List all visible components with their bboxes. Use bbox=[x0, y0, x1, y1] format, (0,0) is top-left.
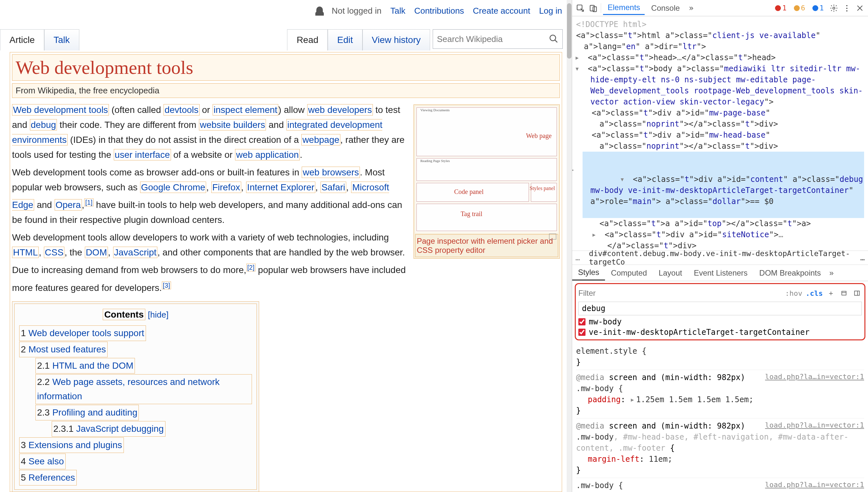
tab-edit[interactable]: Edit bbox=[328, 29, 362, 50]
infobox-image[interactable]: Viewing Documents Web page Reading Page … bbox=[415, 106, 558, 233]
info-badge[interactable]: 1 bbox=[810, 3, 826, 13]
tab-layout[interactable]: Layout bbox=[653, 266, 688, 280]
create-account-link[interactable]: Create account bbox=[473, 6, 530, 16]
tab-console[interactable]: Console bbox=[647, 2, 684, 15]
cls-toggle[interactable]: .cls bbox=[806, 289, 823, 297]
devtools-panel: Elements Console » 1 6 1 ⋮ <!DOCTYPE htm… bbox=[572, 0, 868, 492]
tab-elements[interactable]: Elements bbox=[603, 1, 645, 15]
inspect-icon[interactable] bbox=[575, 3, 586, 14]
tab-styles[interactable]: Styles bbox=[572, 265, 605, 280]
login-link[interactable]: Log in bbox=[539, 6, 562, 16]
link-ie[interactable]: Internet Explorer bbox=[246, 181, 315, 193]
dom-body[interactable]: ▾<a">class="t">body a">class="mediawiki … bbox=[583, 63, 864, 107]
toc-list: 1Web developer tools support2Most used f… bbox=[19, 325, 252, 486]
more-icon[interactable]: ⋮ bbox=[841, 3, 852, 14]
title-bar: Web development tools bbox=[12, 54, 560, 81]
link-firefox[interactable]: Firefox bbox=[211, 181, 241, 193]
tabs-overflow-icon[interactable]: » bbox=[686, 4, 696, 13]
toc-item[interactable]: 3Extensions and plugins bbox=[19, 437, 124, 453]
dom-sitenotice[interactable]: ▸<a">class="t">div a">id="siteNotice">…<… bbox=[600, 229, 864, 250]
link-ui[interactable]: user interface bbox=[114, 149, 171, 161]
toc-item[interactable]: 4See also bbox=[19, 453, 66, 469]
hov-toggle[interactable]: :hov bbox=[785, 289, 802, 297]
dom-breadcrumb[interactable]: … div#content.debug.mw-body.ve-init-mw-d… bbox=[572, 250, 868, 265]
tab-view-history[interactable]: View history bbox=[363, 29, 430, 50]
link-wdt[interactable]: Web development tools bbox=[12, 104, 109, 116]
link-css[interactable]: CSS bbox=[44, 247, 65, 258]
toc-item[interactable]: 2.3.1JavaScript debugging bbox=[52, 421, 165, 437]
dom-tree[interactable]: <!DOCTYPE html> <a">class="t">html a">cl… bbox=[572, 16, 868, 250]
ref-2[interactable]: [2] bbox=[246, 264, 256, 271]
search-icon[interactable] bbox=[549, 34, 558, 45]
rule-element-style: element.style { } bbox=[576, 344, 864, 370]
tab-article[interactable]: Article bbox=[0, 29, 44, 50]
dom-doctype[interactable]: <!DOCTYPE html> bbox=[576, 19, 864, 30]
link-builders[interactable]: website builders bbox=[199, 119, 266, 130]
class-check-veinit[interactable]: ve-init-mw-desktopArticleTarget-targetCo… bbox=[578, 327, 862, 338]
ref-1[interactable]: [1] bbox=[84, 198, 93, 206]
svg-rect-6 bbox=[842, 291, 846, 295]
styles-tabs-overflow-icon[interactable]: » bbox=[827, 268, 836, 277]
link-webpage[interactable]: webpage bbox=[301, 134, 340, 145]
error-badge[interactable]: 1 bbox=[772, 3, 789, 13]
warning-badge[interactable]: 6 bbox=[791, 3, 808, 13]
style-rules[interactable]: element.style { } load.php?la…in=vector:… bbox=[572, 342, 868, 492]
search-box[interactable] bbox=[433, 29, 563, 49]
toc-hide-link[interactable]: [hide] bbox=[148, 310, 169, 320]
link-debug[interactable]: debug bbox=[30, 119, 57, 130]
add-class-input[interactable] bbox=[578, 302, 862, 315]
styles-filter-input[interactable] bbox=[578, 289, 782, 298]
source-link[interactable]: load.php?la…in=vector:1 bbox=[765, 371, 864, 382]
link-devtools[interactable]: devtools bbox=[163, 104, 199, 116]
tab-talk[interactable]: Talk bbox=[44, 29, 79, 50]
computed-styles-icon[interactable] bbox=[839, 288, 849, 298]
content-body: Web development tools From Wikipedia, th… bbox=[10, 52, 562, 492]
dom-head[interactable]: ▸<a">class="t">head>…</a">class="t">head… bbox=[583, 52, 864, 63]
link-opera[interactable]: Opera bbox=[55, 199, 82, 211]
page-scrollbar[interactable] bbox=[567, 0, 572, 492]
toc-item[interactable]: 5References bbox=[19, 470, 77, 486]
dom-content-selected[interactable]: … ▾<a">class="t">div a">id="content" a">… bbox=[583, 152, 864, 218]
tab-event-listeners[interactable]: Event Listeners bbox=[688, 266, 753, 280]
link-inspect[interactable]: inspect element bbox=[213, 104, 278, 116]
toc-item[interactable]: 2.3Profiling and auditing bbox=[35, 405, 139, 420]
toc-item[interactable]: 1Web developer tools support bbox=[19, 325, 146, 341]
dom-atop[interactable]: <a">class="t">a a">id="top"></a">class="… bbox=[600, 218, 864, 229]
link-webdev[interactable]: web developers bbox=[307, 104, 373, 116]
link-dom[interactable]: DOM bbox=[85, 247, 108, 258]
link-webapp[interactable]: web application bbox=[235, 149, 300, 161]
ref-3[interactable]: [3] bbox=[162, 281, 171, 289]
toggle-sidebar-icon[interactable] bbox=[852, 288, 862, 298]
tab-dom-breakpoints[interactable]: DOM Breakpoints bbox=[754, 266, 827, 280]
link-chrome[interactable]: Google Chrome bbox=[140, 181, 206, 193]
link-safari[interactable]: Safari bbox=[320, 181, 346, 193]
new-rule-icon[interactable]: ＋ bbox=[826, 288, 836, 298]
settings-icon[interactable] bbox=[828, 3, 839, 14]
contributions-link[interactable]: Contributions bbox=[414, 6, 464, 16]
search-input[interactable] bbox=[437, 34, 549, 44]
svg-line-1 bbox=[555, 40, 557, 42]
source-link[interactable]: load.php?la…in=vector:1 bbox=[765, 420, 864, 431]
expand-icon[interactable] bbox=[549, 233, 556, 240]
dom-html[interactable]: <a">class="t">html a">class="client-js v… bbox=[576, 30, 864, 52]
not-logged-in-label: Not logged in bbox=[332, 6, 382, 16]
tab-computed[interactable]: Computed bbox=[605, 266, 653, 280]
link-html[interactable]: HTML bbox=[12, 247, 39, 258]
toc-item[interactable]: 2Most used features bbox=[19, 342, 108, 357]
close-icon[interactable] bbox=[854, 3, 865, 14]
page-title: Web development tools bbox=[16, 57, 556, 78]
svg-rect-7 bbox=[855, 291, 860, 295]
dom-pagebase[interactable]: <a">class="t">div a">id="mw-page-base" a… bbox=[592, 107, 864, 129]
tab-read[interactable]: Read bbox=[287, 29, 328, 50]
toc-item[interactable]: 2.1HTML and the DOM bbox=[35, 358, 135, 373]
link-js[interactable]: JavaScript bbox=[113, 247, 158, 258]
class-check-mwbody[interactable]: mw-body bbox=[578, 317, 862, 327]
link-browsers[interactable]: web browsers bbox=[302, 167, 360, 178]
source-link[interactable]: load.php?la…in=vector:1 bbox=[765, 479, 864, 490]
talk-link[interactable]: Talk bbox=[390, 6, 405, 16]
dom-headbase[interactable]: <a">class="t">div a">id="mw-head-base" a… bbox=[592, 129, 864, 152]
device-icon[interactable] bbox=[588, 3, 599, 14]
toc-item[interactable]: 2.2Web page assets, resources and networ… bbox=[35, 374, 252, 404]
rule-mwbody: load.php?la…in=vector:1 .mw-body { margi… bbox=[576, 478, 864, 492]
toc-title: Contents bbox=[103, 309, 145, 320]
